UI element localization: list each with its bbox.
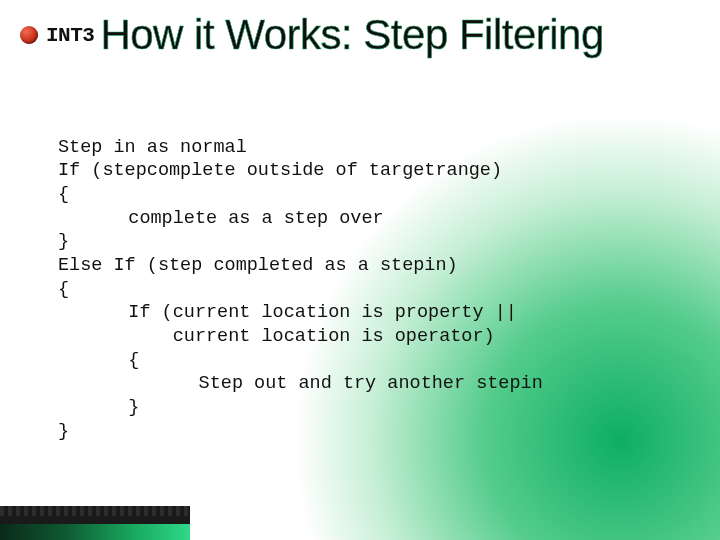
code-line: If (stepcomplete outside of targetrange) [58, 160, 502, 181]
slide-header: INT3 How it Works: Step Filtering [20, 14, 700, 56]
code-line: complete as a step over [128, 208, 383, 229]
code-line: If (current location is property || [128, 302, 517, 323]
brand-label: INT3 [46, 24, 94, 47]
slide-title: How it Works: Step Filtering [100, 14, 603, 56]
code-line: Step in as normal [58, 137, 247, 158]
code-line: } [58, 231, 69, 252]
code-line: } [58, 421, 69, 442]
code-line: Else If (step completed as a stepin) [58, 255, 458, 276]
code-line: } [128, 397, 139, 418]
code-line: current location is operator) [128, 326, 494, 347]
bullet-icon [20, 26, 38, 44]
pseudocode-block: Step in as normal If (stepcomplete outsi… [58, 112, 700, 467]
code-line: { [58, 279, 69, 300]
slide: INT3 How it Works: Step Filtering Step i… [0, 0, 720, 540]
footer-hatch [0, 506, 190, 516]
code-line: { [58, 184, 69, 205]
footer-gradient [0, 524, 190, 540]
footer-dark-bar [0, 506, 190, 540]
code-line: { [128, 350, 139, 371]
footer-decoration [0, 506, 190, 540]
code-line: Step out and try another stepin [199, 373, 543, 394]
